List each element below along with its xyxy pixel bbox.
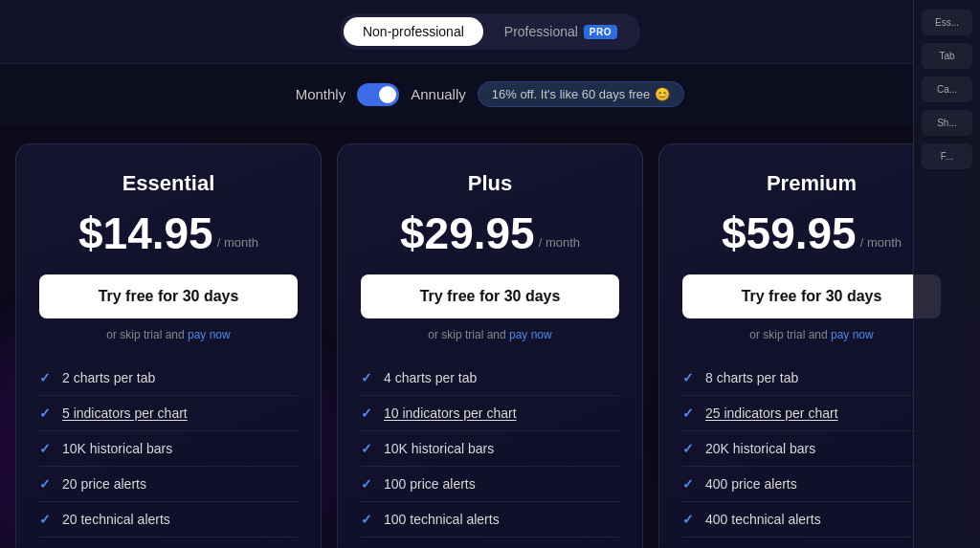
feature-item: ✓ 20K historical bars [682,431,941,467]
tab-professional-label: Professional [504,24,578,39]
feature-text: 10K historical bars [62,441,172,456]
feature-item: ✓ 20 price alerts [39,467,298,502]
plan-name-essential: Essential [39,171,298,196]
check-icon: ✓ [361,406,374,421]
billing-toggle[interactable] [357,83,399,106]
features-list-plus: ✓ 4 charts per tab ✓ 10 indicators per c… [361,361,619,548]
feature-text: 100 price alerts [384,476,476,492]
plan-name-premium: Premium [682,171,941,196]
feature-text: 10 indicators per chart [384,406,517,421]
tab-non-professional-label: Non-professional [363,24,464,39]
feature-text: 10K historical bars [384,441,494,456]
check-icon: ✓ [682,512,696,527]
feature-item: ✓ 400 price alerts [682,467,941,502]
price-amount: $29.95 [400,211,535,255]
feature-text: 2 charts per tab [62,370,155,385]
feature-text: 400 price alerts [705,476,797,492]
check-icon: ✓ [361,441,374,456]
skip-trial-essential: or skip trial and pay now [39,328,298,341]
feature-item: ✓ 100 technical alerts [361,502,619,537]
tab-non-professional[interactable]: Non-professional [344,17,483,46]
feature-item: ✓ 20 parallel chart connections [361,537,619,548]
monthly-label: Monthly [296,86,346,102]
plan-card-plus: Plus $29.95 / month Try free for 30 days… [337,143,643,548]
check-icon: ✓ [361,512,374,527]
plan-price-essential: $14.95 / month [39,211,298,255]
feature-item: ✓ 5 indicators per chart [39,396,298,431]
skip-text: or skip trial and [106,328,188,341]
feature-text: 4 charts per tab [384,370,477,385]
feature-text: 20K historical bars [705,441,815,456]
check-icon: ✓ [682,370,696,385]
right-panel: Ess...TabCa...Sh...F... [913,0,980,548]
right-panel-item-0[interactable]: Ess... [922,10,972,35]
right-panel-item-4[interactable]: F... [922,143,972,169]
feature-item: ✓ 50 parallel chart connections [682,537,941,548]
check-icon: ✓ [682,476,696,492]
plan-price-premium: $59.95 / month [682,211,941,255]
feature-text: 100 technical alerts [384,512,500,527]
check-icon: ✓ [682,406,696,421]
plan-card-essential: Essential $14.95 / month Try free for 30… [15,143,322,548]
plans-grid: Essential $14.95 / month Try free for 30… [15,143,965,548]
skip-trial-premium: or skip trial and pay now [682,328,941,341]
skip-trial-plus: or skip trial and pay now [361,328,619,341]
cta-button-plus[interactable]: Try free for 30 days [361,274,619,318]
price-amount: $59.95 [722,211,857,255]
tab-professional[interactable]: Professional PRO [485,17,636,46]
feature-item: ✓ 10K historical bars [361,431,619,467]
feature-item: ✓ 4 charts per tab [361,361,619,396]
check-icon: ✓ [361,370,374,385]
tab-switcher: Non-professional Professional PRO [340,13,640,50]
features-list-premium: ✓ 8 charts per tab ✓ 25 indicators per c… [682,361,941,548]
feature-item: ✓ 10K historical bars [39,431,298,467]
check-icon: ✓ [39,512,53,527]
feature-item: ✓ 25 indicators per chart [682,396,941,431]
plan-price-plus: $29.95 / month [361,211,619,255]
check-icon: ✓ [39,476,53,492]
discount-emoji: 😊 [655,87,670,101]
price-period: / month [217,235,258,250]
billing-bar: Monthly Annually 16% off. It's like 60 d… [0,64,980,124]
feature-text: 20 technical alerts [62,512,170,527]
feature-text: 8 charts per tab [705,370,798,385]
skip-text: or skip trial and [749,328,831,341]
cta-button-essential[interactable]: Try free for 30 days [39,274,298,318]
feature-item: ✓ 20 technical alerts [39,502,298,537]
feature-text: 20 price alerts [62,476,146,492]
annually-label: Annually [411,86,466,102]
feature-item: ✓ 10 parallel chart connections [39,537,298,548]
right-panel-item-1[interactable]: Tab [922,43,972,69]
feature-item: ✓ 400 technical alerts [682,502,941,537]
skip-text: or skip trial and [428,328,509,341]
plan-name-plus: Plus [361,171,619,196]
right-panel-item-3[interactable]: Sh... [922,110,972,136]
pay-now-link-premium[interactable]: pay now [831,328,874,341]
discount-badge: 16% off. It's like 60 days free 😊 [478,81,685,107]
right-panel-item-2[interactable]: Ca... [922,77,972,102]
feature-item: ✓ 100 price alerts [361,467,619,502]
check-icon: ✓ [682,441,696,456]
pro-badge: PRO [584,25,617,39]
feature-item: ✓ 10 indicators per chart [361,396,619,431]
price-period: / month [539,235,580,250]
feature-text: 5 indicators per chart [62,406,188,421]
price-amount: $14.95 [78,211,213,255]
feature-text: 25 indicators per chart [705,406,838,421]
check-icon: ✓ [39,406,53,421]
feature-text: 400 technical alerts [705,512,821,527]
top-bar: Non-professional Professional PRO [0,0,980,64]
check-icon: ✓ [39,370,53,385]
features-list-essential: ✓ 2 charts per tab ✓ 5 indicators per ch… [39,361,298,548]
main-content: Essential $14.95 / month Try free for 30… [0,124,980,548]
pay-now-link-essential[interactable]: pay now [188,328,231,341]
cta-button-premium[interactable]: Try free for 30 days [682,274,941,318]
pay-now-link-plus[interactable]: pay now [509,328,552,341]
check-icon: ✓ [39,441,53,456]
discount-text: 16% off. It's like 60 days free [492,87,651,101]
check-icon: ✓ [361,476,374,492]
price-period: / month [860,235,902,250]
feature-item: ✓ 8 charts per tab [682,361,941,396]
feature-item: ✓ 2 charts per tab [39,361,298,396]
